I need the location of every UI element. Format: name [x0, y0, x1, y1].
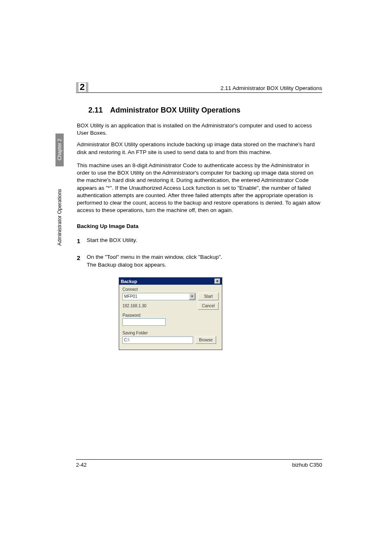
close-icon[interactable]: ×	[214, 279, 220, 284]
step-text-1: Start the BOX Utility.	[87, 237, 322, 244]
step-text-2a: On the "Tool" menu in the main window, c…	[87, 253, 322, 261]
ip-text: 192.168.1.30	[122, 304, 146, 308]
step-number-1: 1	[77, 237, 87, 245]
section-number: 2.11	[88, 106, 103, 115]
step-text-2b: The Backup dialog box appears.	[87, 261, 322, 269]
dialog-titlebar: Backup ×	[119, 278, 222, 285]
header-rule	[76, 92, 322, 93]
chapter-badge: 2	[76, 82, 88, 92]
saving-folder-label: Saving Folder	[122, 331, 219, 335]
side-tab-chapter: Chapter 2	[55, 134, 64, 166]
step-number-2: 2	[77, 253, 87, 262]
running-head: 2.11 Administrator BOX Utility Operation…	[220, 85, 322, 91]
connect-value: MFP01	[124, 294, 137, 299]
page-number: 2-42	[76, 462, 87, 468]
step-1: 1 Start the BOX Utility.	[77, 237, 322, 245]
paragraph-1: BOX Utility is an application that is in…	[77, 122, 322, 137]
side-tab-section-label: Administrator Operations	[57, 184, 62, 250]
chevron-down-icon[interactable]: ▼	[189, 293, 195, 300]
browse-button[interactable]: Browse	[196, 336, 216, 344]
section-heading: 2.11Administrator BOX Utility Operations	[88, 106, 322, 115]
chapter-number: 2	[78, 83, 86, 92]
password-input[interactable]	[122, 318, 166, 326]
paragraph-3: This machine uses an 8-digit Administrat…	[77, 162, 322, 214]
backup-dialog: Backup × Connect MFP01 ▼ Start 192.168.1…	[119, 277, 222, 350]
password-label: Password	[122, 313, 219, 318]
step-2: 2 On the "Tool" menu in the main window,…	[77, 253, 322, 269]
section-title-text: Administrator BOX Utility Operations	[110, 106, 240, 114]
cancel-button[interactable]: Cancel	[198, 302, 219, 310]
paragraph-2: Administrator BOX Utility operations inc…	[77, 141, 322, 156]
subheading: Backing Up Image Data	[77, 223, 322, 229]
connect-label: Connect	[122, 287, 219, 292]
footer-rule	[76, 459, 322, 460]
side-tab-section: Administrator Operations	[55, 181, 64, 255]
dialog-title-text: Backup	[121, 279, 137, 284]
connect-select[interactable]: MFP01 ▼	[122, 293, 196, 300]
start-button[interactable]: Start	[198, 292, 219, 300]
saving-folder-input[interactable]: C:\	[122, 336, 193, 344]
product-name: bizhub C350	[292, 462, 322, 468]
side-tab-chapter-label: Chapter 2	[57, 136, 62, 163]
